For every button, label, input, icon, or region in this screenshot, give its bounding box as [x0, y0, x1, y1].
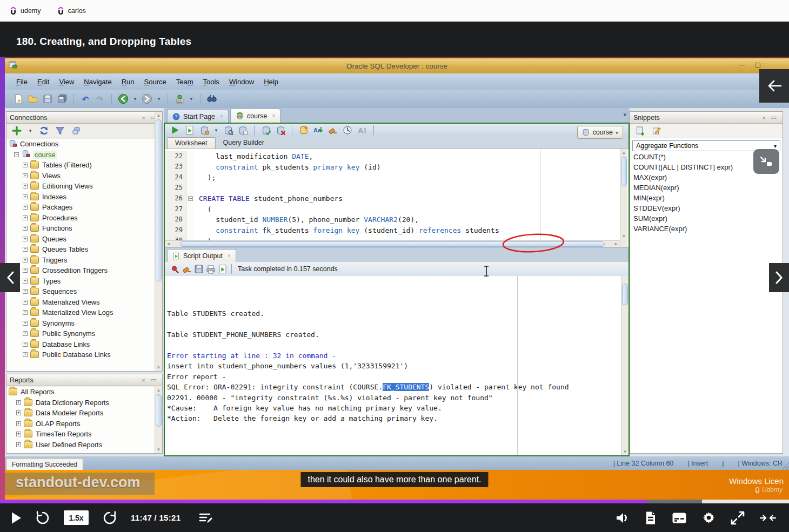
expand-icon[interactable]: + [16, 442, 21, 447]
previous-lecture-button[interactable] [0, 263, 20, 292]
back-button[interactable] [759, 69, 789, 103]
expand-icon[interactable]: + [16, 410, 21, 415]
menu-run[interactable]: Run [117, 76, 139, 87]
open-folder-icon[interactable] [27, 93, 39, 105]
code-line-25[interactable]: 25 [165, 183, 620, 193]
tree-item-indexes[interactable]: +Indexes [6, 192, 155, 203]
scroll-up-icon[interactable]: ▲ [155, 387, 162, 394]
snippet-item-min-expr[interactable]: MIN(expr) [633, 194, 779, 204]
find-replace-icon[interactable]: Aa [312, 124, 324, 136]
scroll-left-icon[interactable]: ◀ [165, 241, 172, 247]
history-icon[interactable] [342, 124, 353, 136]
scroll-down-icon[interactable]: ▼ [155, 364, 162, 371]
picture-in-picture-button[interactable] [753, 149, 779, 174]
code-line-28[interactable]: 28 student_id NUMBER(5), phone_number VA… [165, 214, 620, 225]
code-line-26[interactable]: 26−CREATE TABLE student_phone_numbers [165, 193, 620, 204]
subtab-worksheet[interactable]: Worksheet [167, 137, 216, 149]
edit-snippet-icon[interactable] [651, 125, 663, 137]
expand-icon[interactable]: + [23, 300, 28, 305]
scroll-up-icon[interactable]: ▲ [155, 112, 162, 119]
tab-script-output[interactable]: Script Output × [167, 249, 236, 262]
scroll-right-icon[interactable]: ▶ [612, 241, 620, 247]
expand-icon[interactable]: + [23, 205, 28, 210]
captions-button[interactable] [672, 512, 687, 524]
tree-item-crossedition-triggers[interactable]: +Crossedition Triggers [6, 265, 155, 276]
tree-item-user-defined-reports[interactable]: +User Defined Reports [6, 440, 155, 450]
tree-item-sequences[interactable]: +Sequences [6, 286, 155, 297]
progress-bar[interactable] [0, 500, 789, 503]
menu-source[interactable]: Source [139, 76, 171, 87]
code-line-24[interactable]: 24 ); [165, 172, 620, 183]
expand-icon[interactable]: + [16, 421, 21, 426]
expand-icon[interactable]: + [23, 321, 28, 326]
erase-icon[interactable] [327, 124, 339, 136]
tree-item-olap-reports[interactable]: +OLAP Reports [6, 419, 155, 429]
expand-icon[interactable]: + [23, 258, 28, 262]
scroll-down-icon[interactable]: ▼ [621, 448, 628, 455]
settings-button[interactable] [702, 511, 716, 524]
refresh-icon[interactable] [38, 125, 50, 137]
menu-edit[interactable]: Edit [32, 76, 54, 87]
expand-icon[interactable]: + [23, 163, 28, 167]
transcript-button[interactable] [645, 511, 657, 525]
video-frame[interactable]: Oracle SQL Developer : course — ▢ FileEd… [0, 57, 789, 500]
expand-icon[interactable]: + [23, 268, 28, 273]
expand-icon[interactable]: + [23, 216, 28, 220]
expand-icon[interactable]: + [16, 400, 21, 405]
tree-item-data-dictionary-reports[interactable]: +Data Dictionary Reports [6, 398, 155, 408]
panel-close-icon[interactable]: × [139, 115, 148, 121]
scroll-down-icon[interactable]: ▼ [620, 233, 627, 240]
tree-item-types[interactable]: +Types [6, 276, 155, 287]
new-connection-icon[interactable]: SQL [173, 93, 185, 105]
create-sql-icon[interactable] [298, 124, 310, 136]
reports-scrollbar[interactable]: ▲ ▼ [155, 387, 162, 453]
window-maximize-icon[interactable]: ▢ [755, 61, 761, 69]
to-uppercase-icon[interactable]: A! [356, 124, 368, 136]
save-icon[interactable] [193, 263, 205, 275]
commit-icon[interactable] [260, 124, 272, 136]
browser-tab-carlos[interactable]: carlos [57, 6, 86, 15]
notes-button[interactable] [199, 512, 213, 524]
snippet-item-median-expr[interactable]: MEDIAN(expr) [633, 184, 779, 194]
run-icon[interactable] [169, 124, 181, 136]
tree-item-triggers[interactable]: +Triggers [6, 255, 155, 266]
snippet-item-stddev-expr[interactable]: STDDEV(expr) [633, 204, 779, 214]
code-line-27[interactable]: 27 ( [165, 204, 620, 215]
collapse-icon[interactable]: − [188, 196, 193, 201]
scroll-down-icon[interactable]: ▼ [155, 446, 162, 453]
tab-course[interactable]: SQL course × [230, 109, 280, 123]
tree-item-editioning-views[interactable]: +Editioning Views [6, 181, 155, 192]
code-line-23[interactable]: 23 constraint pk_students primary key (i… [165, 161, 620, 172]
code-line-22[interactable]: 22 last_modification DATE, [165, 151, 620, 162]
panel-minimize-icon[interactable]: ▭ [148, 376, 159, 383]
expand-icon[interactable]: + [23, 331, 28, 336]
tree-item-synonyms[interactable]: +Synonyms [6, 318, 155, 329]
expand-icon[interactable]: + [23, 342, 28, 347]
volume-button[interactable] [616, 511, 630, 524]
forward-button[interactable] [103, 511, 117, 525]
scrollbar-thumb[interactable] [156, 119, 162, 281]
expand-icon[interactable]: + [16, 432, 21, 436]
tree-item-data-modeler-reports[interactable]: +Data Modeler Reports [6, 408, 155, 419]
new-file-icon[interactable] [12, 93, 24, 105]
tree-item-materialized-views[interactable]: +Materialized Views [6, 297, 155, 308]
menu-team[interactable]: Team [171, 76, 198, 87]
expand-icon[interactable]: + [23, 289, 28, 294]
expand-icon[interactable]: + [23, 194, 28, 199]
tree-item-views[interactable]: +Views [6, 171, 155, 181]
pin-icon[interactable] [169, 264, 181, 275]
connection-selector[interactable]: course ▾ [577, 126, 623, 139]
filter-icon[interactable] [54, 125, 66, 137]
tree-item-packages[interactable]: +Packages [6, 202, 155, 213]
menu-help[interactable]: Help [259, 76, 283, 87]
expand-icon[interactable]: + [23, 184, 28, 188]
resize-grip[interactable] [781, 462, 789, 470]
expand-icon[interactable]: + [23, 173, 28, 178]
tree-item-timesten-reports[interactable]: +TimesTen Reports [6, 429, 155, 440]
tree-item-database-links[interactable]: +Database Links [6, 339, 155, 350]
tab-close-icon[interactable]: × [228, 253, 231, 259]
scroll-up-icon[interactable]: ▲ [620, 149, 627, 156]
fullscreen-button[interactable] [731, 511, 745, 525]
snippet-item-sum-expr[interactable]: SUM(expr) [633, 214, 779, 225]
menu-view[interactable]: View [54, 76, 79, 87]
